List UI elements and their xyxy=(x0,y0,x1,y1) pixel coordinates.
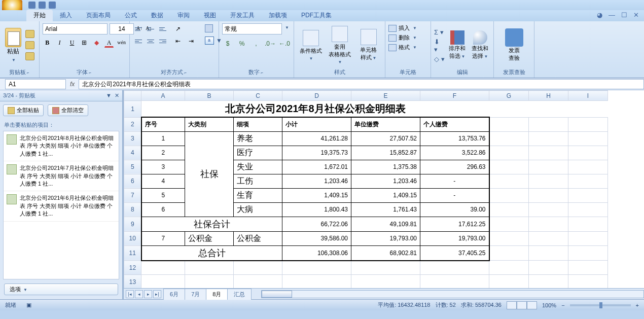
sheet-nav-first[interactable]: |◂ xyxy=(126,290,134,298)
row-header-9[interactable]: 9 xyxy=(124,217,141,231)
cell[interactable] xyxy=(568,245,608,261)
number-format-select[interactable] xyxy=(222,23,282,34)
cell[interactable] xyxy=(529,117,568,131)
fill-color-button[interactable]: ◆ xyxy=(92,38,101,48)
italic-button[interactable]: I xyxy=(55,38,64,48)
header-cell[interactable]: 单位缴费 xyxy=(351,117,420,131)
cell[interactable] xyxy=(568,261,608,275)
cell[interactable]: 66,722.06 xyxy=(282,217,351,231)
col-header-F[interactable]: F xyxy=(420,91,489,101)
restore-icon[interactable]: ☐ xyxy=(621,11,627,19)
cell[interactable] xyxy=(529,131,568,146)
align-middle-button[interactable] xyxy=(145,23,156,34)
cell[interactable] xyxy=(568,231,608,245)
qat-save-icon[interactable] xyxy=(28,2,35,9)
cell[interactable]: 68,902.81 xyxy=(351,245,420,261)
sort-filter-button[interactable]: 排序和 筛选▼ xyxy=(447,30,468,60)
cell[interactable] xyxy=(568,275,608,289)
header-cell[interactable]: 小计 xyxy=(282,117,351,131)
cell[interactable] xyxy=(568,117,608,131)
header-cell[interactable]: 大类别 xyxy=(185,117,234,131)
cell-styles-button[interactable]: 单元格 样式▼ xyxy=(355,29,382,61)
col-header-B[interactable]: B xyxy=(185,91,234,101)
cell[interactable] xyxy=(489,160,529,174)
cell[interactable]: 社保合计 xyxy=(141,217,282,231)
col-header-D[interactable]: D xyxy=(282,91,351,101)
cell[interactable]: 296.63 xyxy=(420,160,489,174)
cell[interactable] xyxy=(529,261,568,275)
cell[interactable] xyxy=(489,202,529,217)
fx-icon[interactable]: fx xyxy=(66,81,79,88)
cell[interactable] xyxy=(529,245,568,261)
cell[interactable]: 生育 xyxy=(234,188,282,202)
align-top-button[interactable] xyxy=(133,23,144,34)
cell[interactable]: 4 xyxy=(141,174,185,188)
format-cells-button[interactable]: 格式▼ xyxy=(388,43,427,52)
tab-公式[interactable]: 公式 xyxy=(118,10,144,21)
cell[interactable] xyxy=(529,188,568,202)
cell[interactable] xyxy=(234,261,282,275)
cell[interactable] xyxy=(529,146,568,160)
cell[interactable]: 1,761.43 xyxy=(351,202,420,217)
cell[interactable] xyxy=(489,174,529,188)
cell[interactable] xyxy=(568,146,608,160)
cell[interactable]: - xyxy=(420,188,489,202)
minimize-icon[interactable]: — xyxy=(609,11,615,19)
cell[interactable]: 公积金 xyxy=(185,231,234,245)
horizontal-scrollbar[interactable] xyxy=(261,290,644,298)
cell[interactable] xyxy=(234,275,282,289)
header-cell[interactable]: 序号 xyxy=(141,117,185,131)
row-header-5[interactable]: 5 xyxy=(124,160,141,174)
cell[interactable] xyxy=(489,188,529,202)
cell[interactable]: 1,203.46 xyxy=(351,174,420,188)
row-header-12[interactable]: 12 xyxy=(124,261,141,275)
cell[interactable]: 15,852.87 xyxy=(351,146,420,160)
sheet-tab-7月[interactable]: 7月 xyxy=(185,289,206,300)
formula-input[interactable] xyxy=(79,79,644,89)
row-header-10[interactable]: 10 xyxy=(124,231,141,245)
cell[interactable] xyxy=(489,275,529,289)
sheet-tab-汇总[interactable]: 汇总 xyxy=(227,289,252,300)
clipboard-dropdown-icon[interactable]: ▼ xyxy=(106,92,112,99)
tab-PDF工具集[interactable]: PDF工具集 xyxy=(294,10,339,21)
cell[interactable] xyxy=(529,217,568,231)
cell[interactable]: 2 xyxy=(141,146,185,160)
col-header-I[interactable]: I xyxy=(568,91,608,101)
invoice-check-button[interactable]: 发票 查验 xyxy=(504,28,525,62)
cell[interactable]: 1,409.15 xyxy=(351,188,420,202)
row-header-4[interactable]: 4 xyxy=(124,146,141,160)
qat-redo-icon[interactable] xyxy=(49,2,56,9)
currency-button[interactable]: $ xyxy=(222,39,233,50)
cell[interactable] xyxy=(568,174,608,188)
fill-button[interactable]: ⬇ ▾ xyxy=(434,38,445,53)
view-layout-button[interactable] xyxy=(517,301,527,309)
cell[interactable] xyxy=(489,231,529,245)
format-as-table-button[interactable]: 套用 表格格式▼ xyxy=(326,26,353,64)
row-header-8[interactable]: 8 xyxy=(124,202,141,217)
insert-cells-button[interactable]: 插入▼ xyxy=(388,23,427,33)
title-cell[interactable]: 北京分公司2021年8月社保公积金明细表 xyxy=(141,101,489,118)
cell[interactable]: 工伤 xyxy=(234,174,282,188)
cell[interactable] xyxy=(185,261,234,275)
clipboard-item[interactable]: 北京分公司2021年7月社保公积金明细表 序号 大类别 细项 小计 单位缴费 个… xyxy=(4,161,119,191)
qat-undo-icon[interactable] xyxy=(39,2,46,9)
cell[interactable] xyxy=(489,217,529,231)
clear-all-button[interactable]: 全部清空 xyxy=(48,104,88,116)
cell[interactable]: 1 xyxy=(141,131,185,146)
cell[interactable] xyxy=(568,202,608,217)
font-name-input[interactable] xyxy=(43,23,108,34)
orientation-button[interactable]: ↗ xyxy=(173,23,186,34)
find-select-button[interactable]: 查找和 选择▼ xyxy=(470,30,490,60)
col-header-G[interactable]: G xyxy=(489,91,529,101)
format-painter-icon[interactable] xyxy=(25,52,34,60)
align-left-button[interactable] xyxy=(133,36,144,47)
cell[interactable] xyxy=(568,188,608,202)
cell[interactable]: 养老 xyxy=(234,131,282,146)
cell[interactable] xyxy=(568,160,608,174)
tab-视图[interactable]: 视图 xyxy=(197,10,223,21)
cell[interactable] xyxy=(489,117,529,131)
cell[interactable]: 39.00 xyxy=(420,202,489,217)
header-cell[interactable]: 个人缴费 xyxy=(420,117,489,131)
paste-all-button[interactable]: 全部粘贴 xyxy=(3,104,44,116)
cell[interactable] xyxy=(351,275,420,289)
